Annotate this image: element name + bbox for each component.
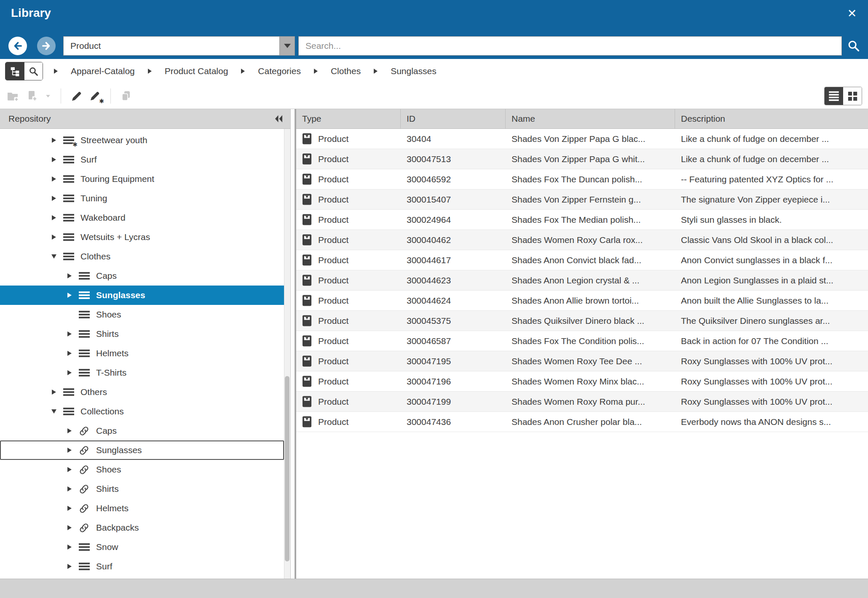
tree-item-shoes[interactable]: Shoes <box>0 460 284 479</box>
tree-item-others[interactable]: Others <box>0 382 284 402</box>
content-type-dropdown[interactable]: Product <box>63 36 295 56</box>
thumbnail-view-button[interactable] <box>843 87 862 105</box>
expander-collapsed-icon[interactable] <box>66 370 73 375</box>
tree-item-wetsuits-lycras[interactable]: Wetsuits + Lycras <box>0 227 284 247</box>
breadcrumb-item[interactable]: Apparel-Catalog <box>71 66 135 76</box>
breadcrumb-item[interactable]: Sunglasses <box>391 66 437 76</box>
breadcrumb-item[interactable]: Product Catalog <box>165 66 228 76</box>
double-chevron-left-icon[interactable] <box>273 114 284 123</box>
tree-item-sunglasses[interactable]: Sunglasses <box>0 440 284 460</box>
chevron-down-icon[interactable] <box>279 37 295 55</box>
tree-item-shirts[interactable]: Shirts <box>0 324 284 344</box>
breadcrumb-item[interactable]: Categories <box>258 66 301 76</box>
new-folder-button[interactable] <box>5 88 20 104</box>
expander-collapsed-icon[interactable] <box>66 273 73 278</box>
expander-expanded-icon[interactable] <box>51 254 57 259</box>
expander-collapsed-icon[interactable] <box>51 138 57 143</box>
table-row[interactable]: Product300024964Shades Fox The Median po… <box>296 210 868 230</box>
tree-item-caps[interactable]: Caps <box>0 421 284 440</box>
tree-item-tuning[interactable]: Tuning <box>0 189 284 208</box>
new-content-button[interactable] <box>24 88 39 104</box>
table-row[interactable]: Product300046587Shades Fox The Condition… <box>296 331 868 351</box>
table-row[interactable]: Product30404Shades Von Zipper Papa G bla… <box>296 129 868 149</box>
tree-item-snow[interactable]: Snow <box>0 537 284 557</box>
link-icon <box>78 464 90 475</box>
tree-item-helmets[interactable]: Helmets <box>0 499 284 518</box>
table-row[interactable]: Product300047199Shades Women Roxy Roma p… <box>296 392 868 412</box>
table-row[interactable]: Product300044624Shades Anon Allie brown … <box>296 291 868 311</box>
expander-collapsed-icon[interactable] <box>66 506 73 511</box>
edit-new-button[interactable]: ✱ <box>88 88 103 104</box>
search-mode-button[interactable] <box>24 62 43 80</box>
expander-collapsed-icon[interactable] <box>66 293 73 298</box>
table-row[interactable]: Product300045375Shades Quiksilver Dinero… <box>296 311 868 331</box>
tree-item-collections[interactable]: Collections <box>0 402 284 421</box>
tree-view-button[interactable] <box>5 62 24 80</box>
panel-splitter[interactable] <box>291 109 295 579</box>
expander-collapsed-icon[interactable] <box>51 235 57 240</box>
expander-collapsed-icon[interactable] <box>51 196 57 201</box>
copy-button[interactable] <box>118 88 134 104</box>
column-header-name[interactable]: Name <box>506 109 675 128</box>
search-icon[interactable] <box>844 38 863 55</box>
expander-collapsed-icon[interactable] <box>51 157 57 162</box>
tree-scrollbar-thumb[interactable] <box>285 376 289 561</box>
back-button[interactable] <box>8 37 27 55</box>
table-row[interactable]: Product300044617Shades Anon Convict blac… <box>296 250 868 270</box>
expander-collapsed-icon[interactable] <box>51 390 57 395</box>
expander-expanded-icon[interactable] <box>51 409 57 414</box>
edit-button[interactable] <box>69 88 84 104</box>
tree-item-caps[interactable]: Caps <box>0 266 284 286</box>
name-cell: Shades Von Zipper Fernstein g... <box>506 190 675 209</box>
list-view-button[interactable] <box>825 87 843 105</box>
tree-item-helmets[interactable]: Helmets <box>0 344 284 363</box>
tree-item-shirts[interactable]: Shirts <box>0 479 284 499</box>
expander-collapsed-icon[interactable] <box>51 215 57 220</box>
results-panel: TypeIDNameDescription Product30404Shades… <box>295 109 868 579</box>
category-bars <box>79 369 90 377</box>
table-row[interactable]: Product300040462Shades Women Roxy Carla … <box>296 230 868 250</box>
type-cell: Product <box>296 392 401 411</box>
tree-item-backpacks[interactable]: Backpacks <box>0 518 284 537</box>
new-content-menu-button[interactable] <box>43 88 53 104</box>
table-row[interactable]: Product300044623Shades Anon Legion cryst… <box>296 270 868 291</box>
expander-collapsed-icon[interactable] <box>66 486 73 491</box>
table-row[interactable]: Product300047513Shades Von Zipper Papa G… <box>296 149 868 169</box>
table-row[interactable]: Product300047195Shades Women Roxy Tee De… <box>296 351 868 371</box>
category-bars <box>79 311 90 319</box>
breadcrumb-item[interactable]: Clothes <box>331 66 361 76</box>
table-row[interactable]: Product300047436Shades Anon Crusher pola… <box>296 412 868 432</box>
expander-collapsed-icon[interactable] <box>66 467 73 472</box>
expander-collapsed-icon[interactable] <box>66 331 73 336</box>
description-cell: Styli sun glasses in black. <box>675 210 868 230</box>
tree-item-clothes[interactable]: Clothes <box>0 247 284 266</box>
expander-collapsed-icon[interactable] <box>66 428 73 433</box>
category-icon <box>63 253 74 261</box>
search-input[interactable] <box>298 36 842 56</box>
expander-collapsed-icon[interactable] <box>66 525 73 530</box>
expander-collapsed-icon[interactable] <box>66 564 73 569</box>
table-row[interactable]: Product300047196Shades Women Roxy Minx b… <box>296 371 868 392</box>
tree-item-shoes[interactable]: Shoes <box>0 305 284 324</box>
expander-collapsed-icon[interactable] <box>66 448 73 453</box>
tree-item-wakeboard[interactable]: Wakeboard <box>0 208 284 227</box>
column-header-id[interactable]: ID <box>401 109 506 128</box>
table-row[interactable]: Product300015407Shades Von Zipper Fernst… <box>296 190 868 210</box>
type-cell: Product <box>296 270 401 290</box>
close-icon[interactable]: ✕ <box>843 4 861 23</box>
tree-item-surf[interactable]: Surf <box>0 150 284 169</box>
column-header-type[interactable]: Type <box>296 109 401 128</box>
forward-button[interactable] <box>37 37 56 55</box>
expander-collapsed-icon[interactable] <box>66 351 73 356</box>
tree-item-label: Backpacks <box>96 523 139 533</box>
column-header-description[interactable]: Description <box>675 109 868 128</box>
tree-scrollbar[interactable] <box>284 129 290 579</box>
tree-item-sunglasses[interactable]: Sunglasses <box>0 286 284 305</box>
expander-collapsed-icon[interactable] <box>51 176 57 182</box>
table-row[interactable]: Product300046592Shades Fox The Duncan po… <box>296 169 868 190</box>
expander-collapsed-icon[interactable] <box>66 545 73 550</box>
tree-item-streetwear-youth[interactable]: ✱Streetwear youth <box>0 131 284 150</box>
tree-item-t-shirts[interactable]: T-Shirts <box>0 363 284 382</box>
tree-item-surf[interactable]: Surf <box>0 557 284 576</box>
tree-item-touring-equipment[interactable]: Touring Equipment <box>0 169 284 189</box>
